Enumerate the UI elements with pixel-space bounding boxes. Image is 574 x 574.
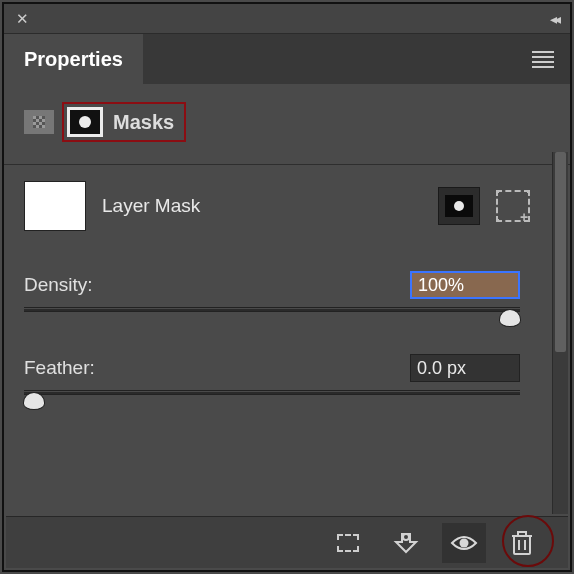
close-icon[interactable]: ✕ [16,10,29,28]
slider-handle[interactable] [499,309,521,327]
panel-titlebar: ✕ ◂◂ [4,4,570,34]
scrollbar[interactable] [552,152,568,514]
masks-section-button[interactable]: Masks [62,102,186,142]
divider [4,164,570,165]
slider-handle[interactable] [23,392,45,410]
svg-point-1 [460,538,469,547]
masks-section-label: Masks [113,111,174,134]
panel-footer [6,516,568,568]
selection-from-mask-icon[interactable] [326,523,370,563]
tab-bar: Properties [4,34,570,84]
plus-icon: + [520,212,532,224]
collapse-icon[interactable]: ◂◂ [550,11,558,27]
pixel-mask-icon[interactable] [24,110,54,134]
scrollbar-thumb[interactable] [555,152,566,352]
feather-control: Feather: [24,354,550,395]
delete-mask-icon[interactable] [500,523,544,563]
tab-label: Properties [24,48,123,71]
svg-rect-4 [518,532,526,536]
density-label: Density: [24,274,93,296]
mask-name-label: Layer Mask [102,195,422,217]
panel-menu-icon[interactable] [516,34,570,84]
svg-rect-2 [514,536,530,554]
feather-input[interactable] [410,354,520,382]
feather-slider[interactable] [24,390,520,395]
layer-mask-button[interactable] [438,187,480,225]
mask-icon [67,107,103,137]
tab-properties[interactable]: Properties [4,34,143,84]
mask-thumbnail[interactable] [24,181,86,231]
feather-label: Feather: [24,357,95,379]
density-control: Density: [24,271,550,312]
toggle-mask-visibility-icon[interactable] [442,523,486,563]
density-input[interactable] [410,271,520,299]
apply-mask-icon[interactable] [384,523,428,563]
density-slider[interactable] [24,307,520,312]
svg-point-0 [403,534,409,540]
vector-mask-button[interactable]: + [496,190,530,222]
